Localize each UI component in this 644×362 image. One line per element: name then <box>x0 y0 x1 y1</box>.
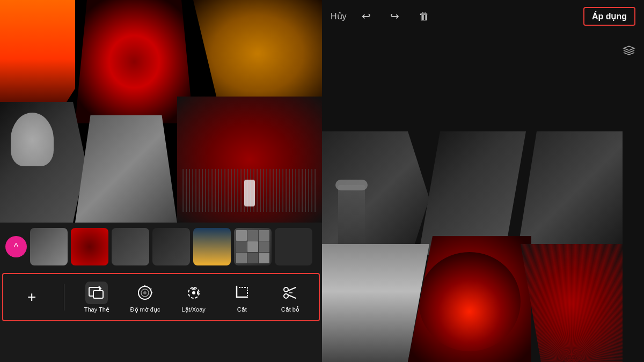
right-collage <box>322 131 644 362</box>
thay-the-tool[interactable]: Thay Thế <box>80 282 113 313</box>
collage-cell-4[interactable] <box>0 102 86 223</box>
do-mo-duc-label: Độ mờ đục <box>130 306 160 313</box>
right-canvas <box>322 32 644 362</box>
do-mo-duc-icon <box>134 282 156 304</box>
delete-icon: 🗑 <box>419 10 429 22</box>
svg-point-4 <box>143 291 147 294</box>
svg-line-6 <box>150 289 151 290</box>
cat-icon <box>231 282 253 304</box>
thumbnail-1[interactable] <box>30 228 68 265</box>
right-panel: Hủy ↩ ↪ 🗑 Áp dụng <box>322 0 644 362</box>
redo-button[interactable]: ↪ <box>386 8 404 25</box>
cat-tool[interactable]: Cắt <box>226 282 258 313</box>
thumbnail-2[interactable] <box>71 228 108 265</box>
add-tool[interactable]: + <box>16 286 48 308</box>
thumbnail-4[interactable] <box>152 228 190 265</box>
expand-button[interactable]: ^ <box>5 236 27 257</box>
undo-icon: ↩ <box>362 10 371 22</box>
collage-cell-6[interactable] <box>177 97 322 223</box>
svg-line-13 <box>288 295 296 298</box>
bottom-strip: ^ <box>0 223 322 362</box>
top-bar-left: Hủy ↩ ↪ 🗑 <box>331 8 577 25</box>
svg-point-11 <box>284 294 288 298</box>
left-panel: ^ <box>0 0 322 362</box>
lat-xoay-tool[interactable]: Lật/Xoay <box>178 282 210 313</box>
lat-xoay-label: Lật/Xoay <box>181 306 205 313</box>
delete-button[interactable]: 🗑 <box>414 8 434 25</box>
cat-bo-label: Cắt bỏ <box>281 306 299 313</box>
ap-dung-button[interactable]: Áp dụng <box>583 7 635 26</box>
add-icon: + <box>20 286 43 308</box>
top-bar: Hủy ↩ ↪ 🗑 Áp dụng <box>322 0 644 32</box>
thay-the-icon <box>85 282 108 304</box>
chevron-up-icon: ^ <box>14 241 18 253</box>
lat-xoay-icon <box>182 282 205 304</box>
svg-point-9 <box>192 291 195 294</box>
svg-rect-1 <box>93 291 103 298</box>
thumbnail-6[interactable] <box>234 228 272 265</box>
undo-button[interactable]: ↩ <box>357 8 375 25</box>
svg-line-12 <box>288 287 296 291</box>
collage-cell-2[interactable] <box>75 0 193 123</box>
collage-cell-3[interactable] <box>193 0 322 107</box>
thumbnail-5[interactable] <box>193 228 231 265</box>
do-mo-duc-tool[interactable]: Độ mờ đục <box>129 282 161 313</box>
redo-icon: ↪ <box>390 10 399 22</box>
toolbar: + Thay Thế <box>2 273 320 321</box>
collage-cell-1[interactable] <box>0 0 75 118</box>
cat-label: Cắt <box>237 306 247 313</box>
huy-button[interactable]: Hủy <box>331 11 347 21</box>
cat-bo-icon <box>279 282 302 304</box>
left-collage-area <box>0 0 322 223</box>
cat-bo-tool[interactable]: Cắt bỏ <box>274 282 306 313</box>
svg-point-10 <box>284 287 288 292</box>
right-cell-6[interactable] <box>521 244 623 362</box>
thumbnail-row: ^ <box>0 223 322 271</box>
layers-button[interactable] <box>621 43 636 61</box>
collage-cell-5[interactable] <box>75 115 177 223</box>
top-bar-right: Áp dụng <box>583 7 635 26</box>
tool-separator <box>64 284 64 311</box>
thumbnail-3[interactable] <box>112 228 149 265</box>
thay-the-label: Thay Thế <box>84 306 109 313</box>
thumbnail-7[interactable] <box>275 228 312 265</box>
